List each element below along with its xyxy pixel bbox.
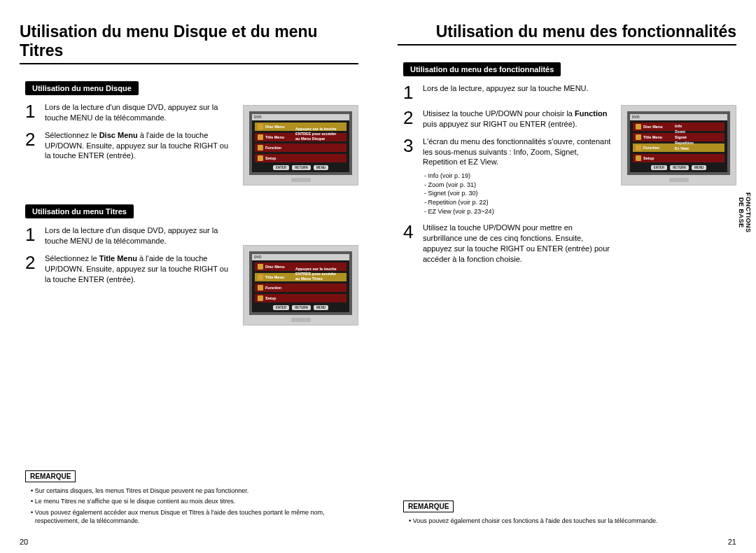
- setup-icon: [636, 155, 641, 161]
- setup-icon: [258, 155, 263, 161]
- function-icon: [258, 285, 263, 290]
- setup-icon: [258, 295, 263, 301]
- remarque-item: Sur certains disques, les menus Titres e…: [31, 486, 358, 496]
- page-number-right: 21: [728, 538, 736, 546]
- chip-disc-menu: Utilisation du menu Disque: [25, 81, 139, 95]
- remarque-list-right: Vous pouvez également choisir ces foncti…: [409, 517, 736, 526]
- step-text: Lors de la lecture d'un disque DVD, appu…: [45, 102, 235, 123]
- step-text: Utilisez la touche UP/DOWN pour mettre e…: [423, 223, 613, 264]
- disc-icon: [258, 264, 263, 270]
- remarque-item: Vous pouvez également choisir ces foncti…: [409, 517, 736, 526]
- tv-illustration-disc: DVD Disc Menu Title Menu Function Setup …: [243, 105, 358, 186]
- title-icon: [258, 134, 263, 140]
- step-text: Lors de la lecture, appuyez sur la touch…: [423, 83, 613, 94]
- step-text: Sélectionnez le Disc Menu à l'aide de la…: [45, 130, 235, 162]
- step-number: 2: [25, 253, 42, 272]
- remarque-label: REMARQUE: [25, 470, 76, 482]
- function-icon: [258, 145, 263, 150]
- chip-title-menu: Utilisation du menu Titres: [25, 204, 134, 218]
- step-text: Sélectionnez le Title Menu à l'aide de l…: [45, 253, 235, 285]
- step3-sublist: Info (voir p. 19) Zoom (voir p. 31) Sign…: [424, 172, 613, 216]
- remarque-label: REMARQUE: [403, 500, 454, 512]
- step-number: 1: [403, 83, 420, 102]
- tv-message: Appuyez sur la touche ENTREE pour accéde…: [295, 267, 337, 281]
- step-text: Lors de la lecture d'un disque DVD, appu…: [45, 225, 235, 246]
- step-number: 2: [403, 108, 420, 127]
- tv-illustration-function: DVD Disc Menu Title Menu Function Setup …: [621, 105, 736, 186]
- disc-icon: [636, 124, 641, 130]
- step-number: 1: [25, 102, 42, 120]
- tv-submenu: Info Zoom Signet Repetition Ez View: [675, 124, 694, 150]
- step-number: 1: [25, 225, 42, 244]
- disc-icon: [258, 124, 263, 130]
- page-title-left: Utilisation du menu Disque et du menu Ti…: [20, 22, 358, 64]
- side-tab: FONCTIONS DE BASE: [738, 192, 752, 233]
- step-number: 3: [403, 136, 420, 155]
- page-number-left: 20: [20, 538, 28, 546]
- step-text: Utisisez la touche UP/DOWN pour choisir …: [423, 108, 613, 130]
- title-icon: [636, 134, 641, 140]
- step-number: 2: [25, 130, 42, 148]
- function-icon: [636, 145, 641, 150]
- tv-message: Appuyez sur la touche ENTREE pour accéde…: [295, 127, 337, 141]
- page-left: Utilisation du menu Disque et du menu Ti…: [0, 0, 378, 553]
- chip-function-menu: Utilisation du menu des fonctionnalités: [403, 62, 561, 76]
- tv-illustration-titre: DVD Disc Menu Title Menu Function Setup …: [243, 245, 358, 326]
- remarque-item: Vous pouvez également accéder aux menus …: [31, 508, 358, 526]
- step-text: L'écran du menu des fonctionnalités s'ou…: [423, 136, 613, 216]
- page-title-right: Utilisation du menu des fonctionnalités: [398, 22, 736, 46]
- remarque-list-left: Sur certains disques, les menus Titres e…: [31, 486, 358, 526]
- step-number: 4: [403, 223, 420, 241]
- title-icon: [258, 274, 263, 280]
- page-right: Utilisation du menu des fonctionnalités …: [378, 0, 756, 553]
- remarque-item: Le menu Titres ne s'affiche que si le di…: [31, 497, 358, 506]
